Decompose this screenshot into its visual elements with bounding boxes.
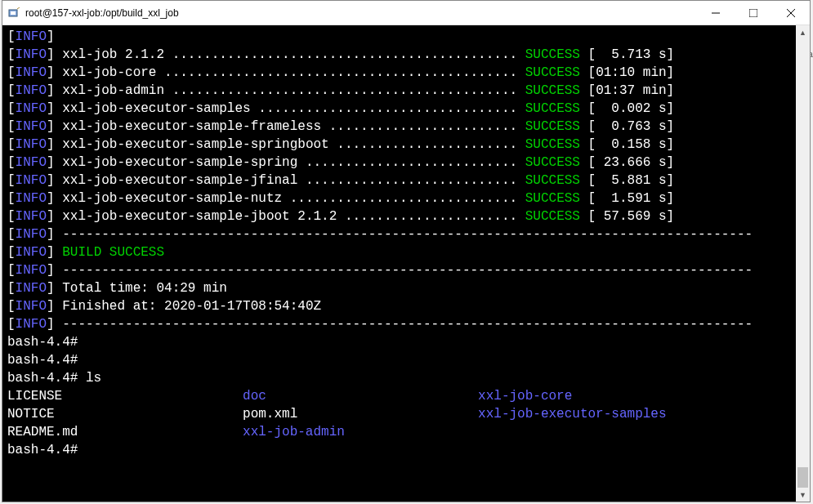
maven-module-line: [INFO] xxl-job-executor-sample-jboot 2.1… [7,207,805,225]
maven-module-line: [INFO] xxl-job-executor-sample-springboo… [7,136,805,154]
close-button[interactable] [772,1,810,25]
maven-module-line: [INFO] xxl-job-admin ...................… [7,82,805,100]
shell-prompt: bash-4.4# [7,441,805,459]
shell-prompt: bash-4.4# [7,333,805,351]
terminal-output[interactable]: [INFO][INFO] xxl-job 2.1.2 .............… [2,25,810,502]
maven-divider: [INFO] ---------------------------------… [7,315,805,333]
maven-info-line: [INFO] [7,28,805,46]
maven-module-line: [INFO] xxl-job-executor-samples ........… [7,100,805,118]
maven-total-time: [INFO] Total time: 04:29 min [7,279,805,297]
svg-line-2 [17,7,20,9]
maven-module-line: [INFO] xxl-job 2.1.2 ...................… [7,46,805,64]
maven-build-success: [INFO] BUILD SUCCESS [7,243,805,261]
terminal-window: root@157-xxl-job:/opt/build_xxl_job [INF… [2,0,811,502]
vertical-scrollbar[interactable]: ▲ ▼ [796,25,810,502]
ls-output-row: NOTICE pom.xml xxl-job-executor-samples [7,405,805,423]
scroll-down-button[interactable]: ▼ [796,488,810,502]
shell-command: bash-4.4# ls [7,369,805,387]
maven-module-line: [INFO] xxl-job-executor-sample-frameless… [7,118,805,136]
scroll-track[interactable] [796,39,810,488]
ls-output-row: LICENSE doc xxl-job-core [7,387,805,405]
scroll-thumb[interactable] [797,467,808,488]
ls-output-row: README.md xxl-job-admin [7,423,805,441]
putty-icon [7,7,20,20]
svg-rect-4 [749,9,757,17]
maven-finished-at: [INFO] Finished at: 2020-01-17T08:54:40Z [7,297,805,315]
maven-module-line: [INFO] xxl-job-core ....................… [7,64,805,82]
shell-prompt: bash-4.4# [7,351,805,369]
titlebar[interactable]: root@157-xxl-job:/opt/build_xxl_job [2,1,810,25]
maven-module-line: [INFO] xxl-job-executor-sample-nutz ....… [7,190,805,207]
maven-divider: [INFO] ---------------------------------… [7,261,805,279]
scroll-up-button[interactable]: ▲ [796,25,810,39]
minimize-button[interactable] [697,1,735,25]
svg-rect-1 [11,11,16,15]
maven-module-line: [INFO] xxl-job-executor-sample-spring ..… [7,154,805,172]
window-title: root@157-xxl-job:/opt/build_xxl_job [25,7,697,19]
maven-module-line: [INFO] xxl-job-executor-sample-jfinal ..… [7,172,805,190]
maximize-button[interactable] [735,1,772,25]
maven-divider: [INFO] ---------------------------------… [7,225,805,243]
